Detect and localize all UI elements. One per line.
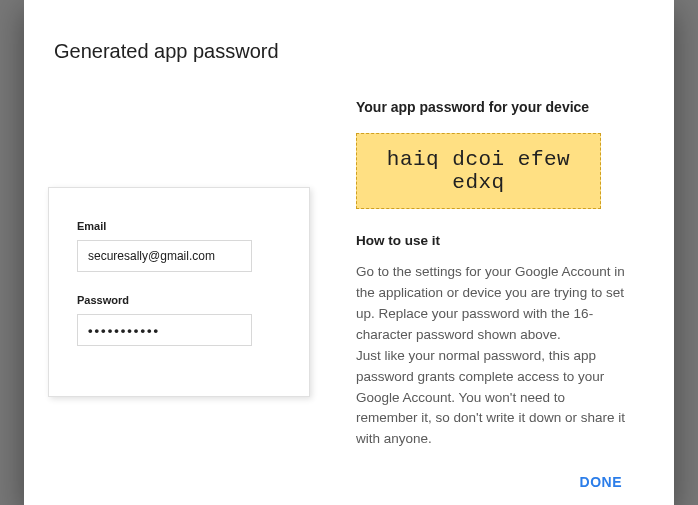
modal-footer: DONE [54, 468, 630, 496]
howto-heading: How to use it [356, 233, 630, 248]
password-masked: ••••••••••• [88, 323, 160, 338]
instructions-paragraph-2: Just like your normal password, this app… [356, 348, 625, 447]
instructions-paragraph-1: Go to the settings for your Google Accou… [356, 264, 625, 342]
password-label: Password [77, 294, 281, 306]
email-value: securesally@gmail.com [88, 249, 215, 263]
app-password-heading: Your app password for your device [356, 99, 630, 115]
email-field: securesally@gmail.com [77, 240, 252, 272]
instructions-text: Go to the settings for your Google Accou… [356, 262, 630, 450]
modal-content: Email securesally@gmail.com Password •••… [54, 99, 630, 450]
done-button[interactable]: DONE [572, 468, 630, 496]
app-password-modal: Generated app password Email securesally… [24, 0, 674, 505]
device-login-card: Email securesally@gmail.com Password •••… [48, 187, 310, 397]
generated-password-box: haiq dcoi efew edxq [356, 133, 601, 209]
password-field: ••••••••••• [77, 314, 252, 346]
device-preview-column: Email securesally@gmail.com Password •••… [54, 99, 316, 450]
instructions-column: Your app password for your device haiq d… [316, 99, 630, 450]
generated-password-value: haiq dcoi efew edxq [387, 148, 570, 194]
modal-title: Generated app password [54, 40, 630, 63]
email-label: Email [77, 220, 281, 232]
